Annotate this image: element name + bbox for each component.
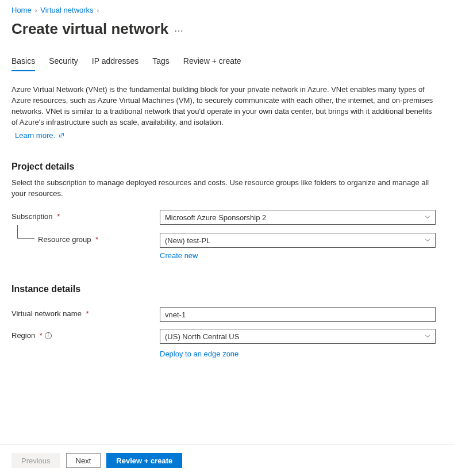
next-button[interactable]: Next (66, 453, 101, 468)
breadcrumb-home[interactable]: Home (11, 6, 32, 14)
intro-text: Azure Virtual Network (VNet) is the fund… (11, 72, 437, 129)
subscription-label: Subscription * (11, 210, 160, 221)
tab-tags[interactable]: Tags (152, 53, 170, 71)
previous-button: Previous (11, 453, 60, 468)
resource-group-value: (New) test-PL (165, 236, 210, 245)
tab-basics[interactable]: Basics (11, 53, 35, 71)
tabs: Basics Security IP addresses Tags Review… (11, 49, 443, 72)
vnet-name-label: Virtual network name * (11, 307, 160, 318)
deploy-edge-zone-link[interactable]: Deploy to an edge zone (160, 350, 238, 358)
tab-security[interactable]: Security (49, 53, 78, 71)
vnet-name-input[interactable] (160, 307, 436, 322)
project-details-heading: Project details (11, 162, 443, 178)
instance-details-heading: Instance details (11, 284, 443, 300)
chevron-down-icon (425, 236, 430, 245)
tab-ip-addresses[interactable]: IP addresses (92, 53, 138, 71)
subscription-value: Microsoft Azure Sponsorship 2 (165, 213, 266, 222)
info-icon[interactable]: i (45, 332, 52, 339)
more-actions-icon[interactable]: ⋯ (174, 22, 184, 36)
chevron-down-icon (425, 213, 430, 222)
create-new-link[interactable]: Create new (160, 251, 198, 260)
breadcrumb-virtual-networks[interactable]: Virtual networks (40, 6, 93, 14)
region-value: (US) North Central US (165, 332, 239, 341)
chevron-down-icon (425, 332, 430, 341)
footer-bar: Previous Next Review + create (0, 444, 454, 476)
subscription-select[interactable]: Microsoft Azure Sponsorship 2 (160, 210, 436, 225)
learn-more-link[interactable]: Learn more. (15, 131, 64, 140)
page-title: Create virtual network (11, 20, 168, 38)
breadcrumb: Home › Virtual networks › (11, 5, 443, 19)
chevron-right-icon: › (97, 7, 99, 14)
chevron-right-icon: › (35, 7, 37, 14)
region-select[interactable]: (US) North Central US (160, 329, 436, 344)
tab-review-create[interactable]: Review + create (183, 53, 241, 71)
learn-more-label: Learn more. (15, 131, 55, 140)
project-details-description: Select the subscription to manage deploy… (11, 178, 437, 208)
resource-group-select[interactable]: (New) test-PL (160, 233, 436, 248)
review-create-button[interactable]: Review + create (106, 453, 182, 468)
external-link-icon (59, 132, 64, 139)
region-label: Region * i (11, 329, 160, 340)
hierarchy-line-icon (17, 225, 34, 239)
